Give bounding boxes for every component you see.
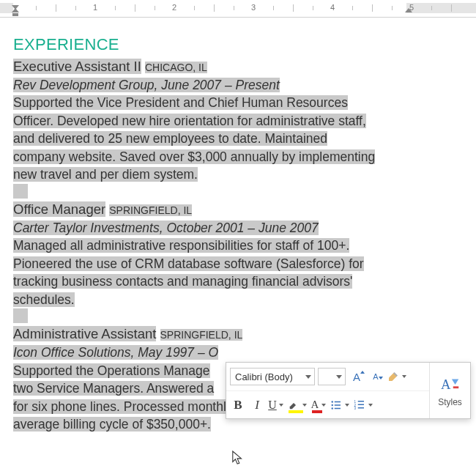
- ruler-label: 4: [330, 3, 335, 12]
- ruler[interactable]: 1 2 3 4 5: [0, 0, 476, 18]
- mini-toolbar: Calibri (Body) A A B I U A: [226, 362, 471, 419]
- styles-icon: A: [439, 374, 461, 396]
- numbering-button[interactable]: 1 2 3: [353, 396, 373, 415]
- svg-point-2: [332, 404, 333, 405]
- ruler-label: 2: [172, 3, 176, 12]
- grow-font-button[interactable]: A: [349, 367, 365, 386]
- italic-button[interactable]: I: [249, 396, 265, 415]
- svg-rect-9: [358, 404, 364, 405]
- font-family-combo[interactable]: Calibri (Body): [230, 368, 315, 385]
- body-text: Pioneered the use of CRM database softwa…: [13, 256, 364, 271]
- job-title: Executive Assistant II: [13, 59, 141, 74]
- body-text: tracking business contacts and managing …: [13, 274, 352, 289]
- left-indent[interactable]: [12, 13, 18, 16]
- numbering-icon: 1 2 3: [353, 399, 366, 412]
- job-location: SPRINGFIELD, IL: [109, 204, 192, 216]
- job-location: SPRINGFIELD, IL: [160, 329, 243, 341]
- body-text: Officer. Developed new hire orientation …: [13, 114, 366, 128]
- body-text: and delivered to 25 new employees to dat…: [13, 131, 327, 146]
- body-text: Supported the Operations Manage: [13, 363, 210, 378]
- bold-button[interactable]: B: [230, 396, 246, 415]
- svg-rect-1: [335, 401, 341, 402]
- body-text: new travel and per diem system.: [13, 167, 198, 182]
- body-text: Supported the Vice President and Chief H…: [13, 95, 348, 110]
- svg-point-4: [332, 407, 333, 409]
- svg-rect-11: [358, 407, 364, 409]
- underline-button[interactable]: U: [268, 396, 284, 415]
- body-text: two Service Managers. Answered a: [13, 381, 214, 396]
- ruler-label: 5: [409, 3, 414, 12]
- body-text: average billing cycle of $350,000+.: [13, 417, 211, 432]
- shrink-font-button[interactable]: A: [368, 367, 384, 386]
- hanging-indent[interactable]: [12, 8, 19, 12]
- bullets-button[interactable]: [330, 396, 350, 415]
- empty-line: [13, 308, 28, 323]
- cursor-icon: [231, 450, 245, 466]
- font-size-combo[interactable]: [318, 368, 346, 385]
- empty-line: [13, 184, 28, 199]
- svg-text:A: A: [440, 377, 450, 392]
- svg-rect-7: [358, 401, 364, 402]
- job-company: Icon Office Solutions, May 1997 – O: [13, 345, 218, 360]
- body-text: schedules.: [13, 292, 75, 307]
- body-text: Managed all administrative responsibilit…: [13, 238, 349, 253]
- job-title: Office Manager: [13, 201, 105, 217]
- ruler-label: 1: [93, 3, 97, 12]
- ruler-label: 3: [251, 3, 256, 12]
- bullets-icon: [330, 399, 343, 412]
- job-title: Administrative Assistant: [13, 326, 156, 341]
- section-heading: EXPERIENCE: [13, 35, 463, 54]
- svg-text:3: 3: [354, 407, 357, 410]
- format-painter-icon: [387, 370, 400, 383]
- styles-button[interactable]: A Styles: [429, 363, 470, 418]
- job-company: Carter Taylor Investments, October 2001 …: [13, 221, 319, 235]
- svg-rect-3: [335, 404, 341, 406]
- styles-label: Styles: [438, 397, 462, 407]
- body-text: company website. Saved over $3,000 annua…: [13, 149, 375, 164]
- svg-point-0: [332, 401, 333, 402]
- job-location: CHICAGO, IL: [145, 62, 207, 73]
- job-company: Rev Development Group, June 2007 – Prese…: [13, 78, 280, 92]
- svg-rect-5: [335, 407, 341, 409]
- highlight-button[interactable]: [287, 396, 308, 415]
- format-painter-button[interactable]: [387, 367, 407, 386]
- font-color-button[interactable]: A: [310, 396, 327, 415]
